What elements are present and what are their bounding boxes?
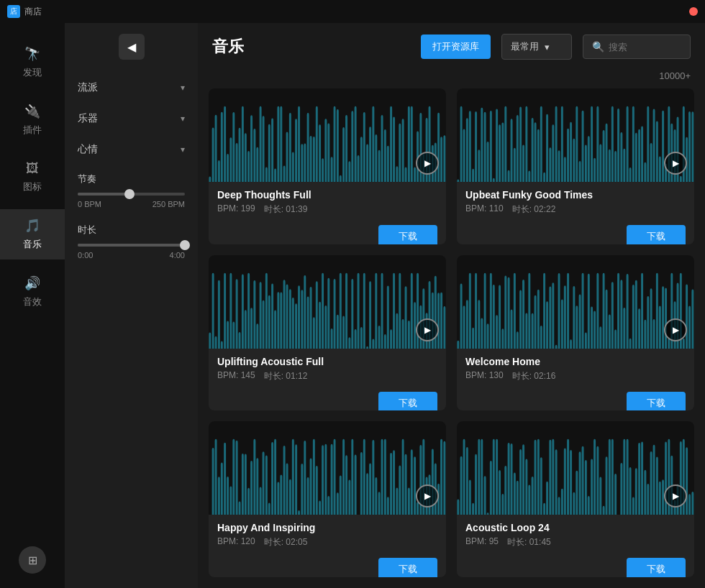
svg-rect-198 <box>322 272 324 348</box>
download-button[interactable]: 下载 <box>627 558 686 577</box>
music-card-card1[interactable]: ▶ Deep Thoughts Full BPM: 199 时长: 01:39 … <box>209 88 446 244</box>
svg-rect-382 <box>393 451 395 515</box>
svg-rect-273 <box>555 344 558 348</box>
svg-rect-116 <box>564 157 566 182</box>
filter-genre-header[interactable]: 流派 ▾ <box>72 74 191 101</box>
svg-rect-423 <box>525 459 527 515</box>
search-box[interactable]: 🔍 <box>583 35 691 59</box>
svg-rect-127 <box>596 106 599 182</box>
svg-rect-206 <box>345 272 347 348</box>
svg-rect-364 <box>340 476 342 515</box>
svg-rect-257 <box>508 277 510 348</box>
nav-item-plugins[interactable]: 🔌 插件 <box>0 95 65 145</box>
nav-item-sfx[interactable]: 🔊 音效 <box>0 267 65 317</box>
tempo-thumb[interactable] <box>124 189 135 199</box>
music-card-card6[interactable]: ▶ Acoustic Loop 24 BPM: 95 时长: 01:45 下载 <box>457 421 694 577</box>
svg-rect-149 <box>662 111 664 182</box>
svg-rect-133 <box>614 151 617 182</box>
svg-rect-455 <box>620 463 622 515</box>
search-input[interactable] <box>609 42 681 52</box>
play-button[interactable]: ▶ <box>416 152 439 175</box>
svg-rect-353 <box>307 477 309 515</box>
nav-item-discover[interactable]: 🔭 发现 <box>0 37 65 88</box>
filter-mood-header[interactable]: 心情 ▾ <box>72 136 191 163</box>
svg-rect-373 <box>366 474 368 515</box>
svg-rect-167 <box>229 272 232 348</box>
play-button[interactable]: ▶ <box>416 318 439 341</box>
svg-rect-29 <box>295 119 297 182</box>
grid-button[interactable]: ⊞ <box>19 546 46 574</box>
duration-track[interactable] <box>78 244 185 247</box>
filter-genre-label: 流派 <box>78 81 98 94</box>
svg-rect-248 <box>481 318 483 349</box>
download-button[interactable]: 下载 <box>627 225 686 244</box>
svg-rect-322 <box>215 439 217 515</box>
filter-instrument-header[interactable]: 乐器 ▾ <box>72 105 191 132</box>
svg-rect-259 <box>514 272 516 348</box>
count-bar: 10000+ <box>198 70 705 88</box>
download-button[interactable]: 下载 <box>378 392 437 411</box>
nav-item-icons[interactable]: 🖼 图标 <box>0 152 65 202</box>
svg-rect-250 <box>487 323 489 349</box>
svg-rect-81 <box>460 106 463 182</box>
svg-rect-381 <box>390 453 392 515</box>
play-button[interactable]: ▶ <box>664 152 687 175</box>
open-sequence-button[interactable]: 打开资源库 <box>421 35 491 59</box>
svg-rect-229 <box>414 302 416 349</box>
sort-label: 最常用 <box>511 40 539 53</box>
svg-rect-478 <box>688 495 691 515</box>
download-button[interactable]: 下载 <box>627 392 686 411</box>
svg-rect-200 <box>327 277 329 348</box>
svg-rect-201 <box>331 329 333 349</box>
filter-mood-label: 心情 <box>78 143 98 156</box>
titlebar-controls[interactable] <box>689 7 698 16</box>
svg-rect-69 <box>414 167 416 182</box>
sort-dropdown[interactable]: 最常用 ▾ <box>501 34 572 60</box>
svg-rect-290 <box>606 290 608 349</box>
music-card-card4[interactable]: ▶ Welcome Home BPM: 130 时长: 02:16 下载 <box>457 255 694 411</box>
svg-rect-220 <box>387 285 389 348</box>
svg-rect-20 <box>268 124 270 182</box>
svg-rect-43 <box>337 109 339 182</box>
tempo-track[interactable] <box>78 193 185 196</box>
svg-rect-376 <box>375 477 377 515</box>
svg-rect-110 <box>546 114 548 182</box>
svg-rect-213 <box>366 346 368 348</box>
svg-rect-349 <box>295 445 297 515</box>
svg-rect-293 <box>614 329 617 348</box>
download-button[interactable]: 下载 <box>378 558 437 577</box>
svg-rect-187 <box>289 289 291 349</box>
music-card-card2[interactable]: ▶ Upbeat Funky Good Times BPM: 110 时长: 0… <box>457 88 694 244</box>
svg-rect-97 <box>508 170 510 182</box>
svg-rect-375 <box>372 440 374 515</box>
svg-rect-318 <box>688 306 691 348</box>
download-button[interactable]: 下载 <box>378 225 437 244</box>
svg-rect-28 <box>292 152 294 182</box>
tempo-label: 节奏 <box>78 173 185 185</box>
card-title: Acoustic Loop 24 <box>465 522 686 533</box>
svg-rect-281 <box>579 294 581 349</box>
svg-rect-414 <box>499 470 501 515</box>
svg-rect-91 <box>490 111 492 182</box>
card-duration: 时长: 01:45 <box>507 536 551 548</box>
svg-rect-101 <box>519 106 522 182</box>
svg-rect-387 <box>408 488 410 515</box>
close-button[interactable] <box>689 7 698 16</box>
svg-rect-114 <box>558 150 560 182</box>
svg-rect-242 <box>463 306 465 349</box>
svg-rect-161 <box>212 272 214 348</box>
svg-rect-211 <box>360 327 363 349</box>
duration-thumb[interactable] <box>180 240 190 250</box>
music-card-card5[interactable]: ▶ Happy And Inspiring BPM: 120 时长: 02:05… <box>209 421 446 577</box>
music-card-card3[interactable]: ▶ Uplifting Acoustic Full BPM: 145 时长: 0… <box>209 255 446 411</box>
svg-rect-42 <box>334 106 336 182</box>
svg-rect-60 <box>387 146 389 182</box>
svg-rect-442 <box>582 446 584 515</box>
svg-rect-280 <box>576 306 578 349</box>
nav-item-music[interactable]: 🎵 音乐 <box>0 209 65 259</box>
svg-rect-243 <box>466 300 468 349</box>
svg-rect-282 <box>582 272 584 348</box>
play-button[interactable]: ▶ <box>664 318 687 341</box>
svg-rect-252 <box>493 285 495 349</box>
svg-rect-424 <box>528 485 530 515</box>
